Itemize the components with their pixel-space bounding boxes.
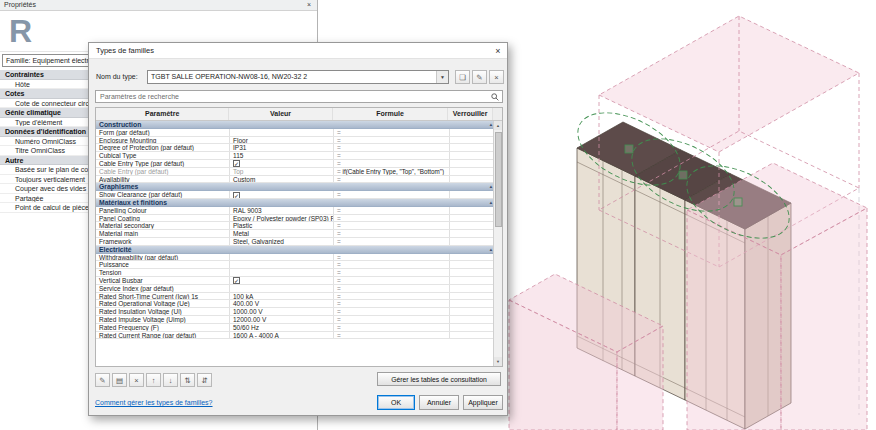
cancel-button[interactable]: Annuler [419, 395, 459, 410]
properties-titlebar[interactable]: Propriétés × [0, 0, 317, 11]
scroll-up-icon[interactable]: ▲ [494, 121, 502, 130]
scroll-down-icon[interactable]: ▼ [494, 357, 502, 366]
parameter-value-cell[interactable]: 1600 A - 4000 A [230, 332, 334, 339]
revit-family-logo: R [9, 13, 32, 49]
search-parameters-input[interactable]: Paramètres de recherche [95, 90, 503, 103]
apply-button[interactable]: Appliquer [463, 395, 503, 410]
parameter-formula-cell[interactable]: = [334, 215, 450, 222]
parameter-value-cell[interactable]: RAL 9003 [230, 207, 334, 214]
table-scrollbar[interactable]: ▲ ▼ [493, 121, 502, 366]
parameter-value-cell[interactable] [230, 285, 334, 292]
parameter-value-cell[interactable]: 400.00 V [230, 300, 334, 307]
table-row: Tension= [96, 269, 495, 277]
delete-parameter-button[interactable]: × [129, 373, 144, 387]
new-type-button[interactable]: ❏ [455, 70, 470, 84]
formula-equals: = [337, 254, 341, 261]
parameter-formula-cell[interactable]: = [334, 152, 450, 159]
chevron-down-icon[interactable]: ▼ [436, 71, 448, 83]
parameter-formula-cell[interactable]: = [334, 238, 450, 245]
value-checkbox[interactable]: ✓ [233, 277, 240, 283]
property-label: Toujours verticalement [15, 176, 85, 183]
move-up-button[interactable]: ↑ [146, 373, 161, 387]
parameter-value-cell[interactable] [230, 261, 334, 268]
scrollbar-thumb[interactable] [495, 132, 502, 227]
parameter-formula-cell[interactable]: = [334, 324, 450, 331]
dialog-close-icon[interactable]: × [489, 43, 507, 59]
parameter-formula-cell[interactable]: = [334, 144, 450, 151]
parameter-formula-cell[interactable]: = [334, 300, 450, 307]
rename-type-button[interactable]: ✎ [472, 70, 487, 84]
clearance-box-right[interactable] [687, 163, 867, 430]
parameter-value-cell[interactable] [230, 129, 334, 136]
column-header-valeur[interactable]: Valeur [229, 108, 332, 120]
table-row: FrameworkSteel, Galvanized= [96, 238, 495, 246]
value-checkbox[interactable]: ✓ [233, 192, 240, 198]
parameter-formula-cell[interactable]: = if(Cable Entry Type, "Top", "Bottom") [334, 168, 450, 175]
table-section-header[interactable]: Electricité▴ [96, 246, 495, 254]
new-parameter-button[interactable]: ▤ [112, 373, 127, 387]
parameter-formula-cell[interactable]: = [334, 191, 450, 198]
parameter-formula-cell[interactable]: = [334, 285, 450, 292]
parameter-value-cell[interactable]: IP31 [230, 144, 334, 151]
parameter-formula-cell[interactable]: = [334, 261, 450, 268]
parameter-value-cell[interactable]: Plastic [230, 222, 334, 229]
edit-parameter-button[interactable]: ✎ [95, 373, 110, 387]
parameter-value-cell[interactable] [230, 269, 334, 276]
move-down-button[interactable]: ↓ [163, 373, 178, 387]
sort-ascending-button[interactable]: ⇅ [180, 373, 195, 387]
parameter-value-cell[interactable]: ✓ [230, 277, 334, 284]
parameter-value-cell[interactable]: Steel, Galvanized [230, 238, 334, 245]
parameter-formula-cell[interactable]: = [334, 332, 450, 339]
properties-close-icon[interactable]: × [304, 0, 314, 10]
parameter-formula-cell[interactable]: = [334, 269, 450, 276]
parameter-formula-cell[interactable]: = [334, 207, 450, 214]
parameter-formula-cell[interactable]: = [334, 176, 450, 183]
table-section-header[interactable]: Construction▴ [96, 121, 495, 129]
formula-equals: = [337, 129, 341, 136]
sort-descending-button[interactable]: ⇵ [197, 373, 212, 387]
parameter-formula-cell[interactable]: = [334, 137, 450, 144]
value-checkbox[interactable]: ✓ [233, 160, 240, 166]
dialog-titlebar[interactable]: Types de familles × [89, 43, 507, 59]
parameter-value-cell[interactable]: ✓ [230, 191, 334, 198]
column-header-formule[interactable]: Formule [333, 108, 448, 120]
parameter-formula-cell[interactable]: = [334, 222, 450, 229]
type-name-combobox[interactable]: TGBT SALLE OPERATION-NW08-16, NW20-32 2 … [147, 70, 449, 84]
parameter-value-cell[interactable]: 115 [230, 152, 334, 159]
parameter-value-cell[interactable]: 50/60 Hz [230, 324, 334, 331]
parameter-value-cell[interactable]: 1000.00 V [230, 308, 334, 315]
formula-equals: = [337, 300, 341, 307]
formula-equals: = [337, 261, 341, 268]
manage-lookup-tables-button[interactable]: Gérer les tables de consultation [377, 372, 501, 386]
parameter-formula-cell[interactable]: = [334, 308, 450, 315]
parameter-value-cell[interactable]: Epoxy / Polyester powder (SP03) Polyme [230, 215, 334, 222]
table-section-header[interactable]: Matériaux et finitions▴ [96, 199, 495, 207]
ok-button[interactable]: OK [377, 395, 415, 410]
parameter-lock-cell [450, 285, 495, 292]
parameter-value-cell[interactable]: Top [230, 168, 334, 175]
formula-equals: = [337, 207, 341, 214]
parameter-value-cell[interactable]: 12000.00 V [230, 316, 334, 323]
parameter-value-cell[interactable]: Custom [230, 176, 334, 183]
parameter-value-cell[interactable]: Metal [230, 230, 334, 237]
parameter-formula-cell[interactable]: = [334, 129, 450, 136]
parameter-formula-cell[interactable]: = [334, 277, 450, 284]
column-header-verrouiller[interactable]: Verrouiller [448, 108, 493, 120]
column-header-parametre[interactable]: Paramètre [96, 108, 229, 120]
parameter-formula-cell[interactable]: = [334, 230, 450, 237]
formula-equals: = [337, 332, 341, 339]
parameter-value-cell[interactable] [230, 254, 334, 261]
parameter-value-cell[interactable]: ✓ [230, 160, 334, 167]
table-section-header[interactable]: Graphismes▴ [96, 183, 495, 191]
family-types-table: Paramètre Valeur Formule Verrouiller Con… [95, 107, 503, 367]
delete-type-button[interactable]: × [489, 70, 504, 84]
parameter-formula-cell[interactable]: = [334, 160, 450, 167]
table-row: Material mainMetal= [96, 230, 495, 238]
parameter-value-cell[interactable]: 100 kA [230, 293, 334, 300]
parameter-formula-cell[interactable]: = [334, 254, 450, 261]
parameter-formula-cell[interactable]: = [334, 316, 450, 323]
parameter-formula-cell[interactable]: = [334, 293, 450, 300]
parameter-value-cell[interactable]: Floor [230, 137, 334, 144]
parameter-lock-cell [450, 160, 495, 167]
help-link[interactable]: Comment gérer les types de familles? [95, 399, 213, 406]
